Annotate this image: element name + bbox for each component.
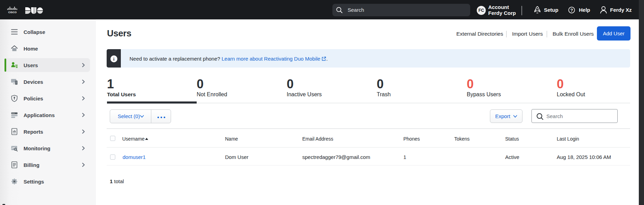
svg-text:CISCO: CISCO <box>8 11 17 14</box>
svg-text:?: ? <box>570 8 573 13</box>
